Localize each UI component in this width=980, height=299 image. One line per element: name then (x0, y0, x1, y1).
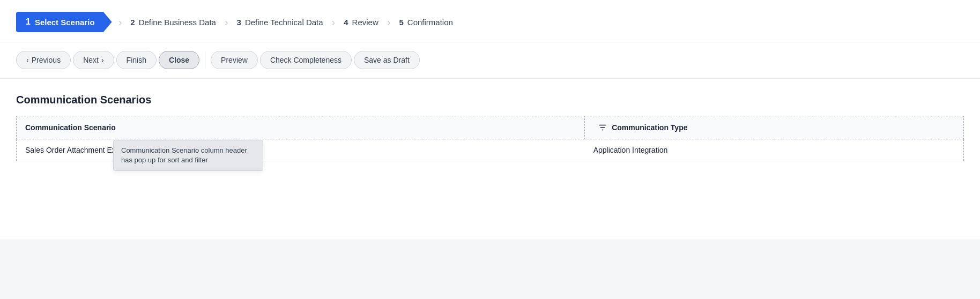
previous-label: Previous (32, 56, 61, 64)
wizard-step-4[interactable]: 4 Review (337, 12, 385, 32)
previous-button[interactable]: ‹ Previous (16, 51, 71, 69)
step-1-num: 1 (26, 17, 31, 27)
step-4-label: Review (352, 18, 378, 27)
wizard-sep-3: › (332, 16, 336, 28)
previous-icon: ‹ (26, 56, 29, 64)
step-1-label: Select Scenario (35, 18, 95, 27)
filter-icon[interactable] (598, 123, 607, 132)
preview-label: Preview (221, 56, 248, 64)
communication-scenarios-table: Communication Scenario Communication Sce… (16, 116, 964, 161)
close-label: Close (169, 56, 189, 64)
section-title: Communication Scenarios (16, 94, 964, 106)
col-scenario-label: Communication Scenario (25, 123, 116, 132)
save-as-draft-label: Save as Draft (364, 56, 410, 64)
col-header-scenario[interactable]: Communication Scenario Communication Sce… (17, 116, 585, 139)
col-type-label: Communication Type (612, 123, 687, 132)
col-header-type[interactable]: Communication Type (585, 116, 964, 139)
toolbar: ‹ Previous Next › Finish Close Preview C… (0, 42, 980, 79)
close-button[interactable]: Close (159, 51, 199, 69)
scenario-cell: Sales Order Attachment Extraction (17, 139, 585, 161)
column-header-tooltip: Communication Scenario column header has… (113, 140, 263, 171)
type-cell: Application Integration (585, 139, 964, 161)
next-label: Next (83, 56, 99, 64)
wizard-step-5[interactable]: 5 Confirmation (392, 12, 459, 32)
toolbar-divider (205, 51, 205, 69)
wizard-sep-4: › (387, 16, 391, 28)
wizard-step-2[interactable]: 2 Define Business Data (124, 12, 222, 32)
finish-button[interactable]: Finish (116, 51, 157, 69)
step-5-num: 5 (399, 18, 403, 27)
step-3-num: 3 (237, 18, 241, 27)
filter-svg (598, 123, 607, 132)
step-4-num: 4 (344, 18, 348, 27)
finish-label: Finish (127, 56, 146, 64)
wizard-step-1[interactable]: 1 Select Scenario (16, 12, 112, 32)
step-2-num: 2 (130, 18, 135, 27)
wizard-step-3[interactable]: 3 Define Technical Data (231, 12, 330, 32)
wizard-sep-1: › (118, 16, 122, 28)
tooltip-text: Communication Scenario column header has… (121, 146, 247, 164)
check-completeness-label: Check Completeness (270, 56, 341, 64)
preview-button[interactable]: Preview (211, 51, 258, 69)
wizard-sep-2: › (225, 16, 228, 28)
step-3-label: Define Technical Data (245, 18, 323, 27)
col-type-inner: Communication Type (593, 123, 955, 132)
main-content: Communication Scenarios Communication Sc… (0, 79, 980, 240)
wizard-bar: 1 Select Scenario › 2 Define Business Da… (0, 0, 980, 42)
next-icon: › (101, 56, 104, 64)
check-completeness-button[interactable]: Check Completeness (260, 51, 352, 69)
save-as-draft-button[interactable]: Save as Draft (354, 51, 420, 69)
step-2-label: Define Business Data (139, 18, 216, 27)
step-5-label: Confirmation (407, 18, 453, 27)
type-value: Application Integration (593, 146, 668, 154)
next-button[interactable]: Next › (73, 51, 114, 69)
